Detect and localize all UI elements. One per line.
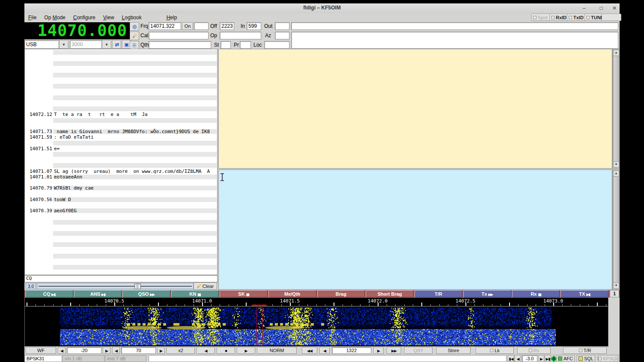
macro-button-tx[interactable]: TX ▶▮ [561, 290, 608, 297]
macro-button-tx[interactable]: Tx ▶▶ [463, 290, 511, 297]
waterfall-display[interactable] [26, 307, 608, 346]
carrier-fast-up-icon[interactable]: ▶▶ [387, 347, 401, 354]
browser-row[interactable] [25, 248, 217, 253]
scroll-right-icon[interactable]: ▶ [237, 347, 255, 354]
op-field[interactable] [220, 32, 261, 39]
tx-text-panel[interactable] [218, 169, 612, 290]
transmit-toggle[interactable]: T/R [563, 347, 607, 354]
scroll-up-icon[interactable]: ▲ [613, 50, 619, 56]
macro-button-me-qth[interactable]: Me/Qth [268, 290, 316, 297]
browser-row[interactable]: 14070.56tooW D [25, 197, 217, 202]
browser-row[interactable] [25, 83, 217, 89]
loc-field[interactable] [264, 41, 289, 49]
menu-configure[interactable]: Configure [69, 14, 99, 21]
browser-row[interactable] [25, 72, 217, 78]
browser-row[interactable] [25, 50, 217, 55]
menu-logbook[interactable]: Logbook [118, 14, 146, 21]
browser-row[interactable]: 14071.73 name is Giovanni mrno JM88DVfo:… [25, 129, 217, 134]
browser-row[interactable] [25, 202, 217, 208]
reverse-toggle[interactable]: Rv [517, 347, 551, 354]
browser-clear-button[interactable]: 🖌 Clear [194, 282, 217, 290]
browser-row[interactable] [25, 123, 217, 129]
spot-toggle-button[interactable]: Spot [531, 14, 552, 21]
minimize-icon[interactable]: – [580, 4, 588, 12]
wf-range-field[interactable]: 70 [121, 347, 156, 354]
browser-row[interactable] [25, 61, 217, 66]
browser-search-input[interactable]: CQ [24, 275, 218, 282]
vfo-swap-icon[interactable]: ⇄ [112, 40, 121, 49]
range-down-icon[interactable]: ◀ [112, 347, 120, 354]
offset-min-icon[interactable]: ▮◀ [508, 355, 514, 362]
paste-clipboard-icon[interactable]: ⎘ [130, 41, 139, 50]
browser-row[interactable]: 14070.79W7RšBl dmy cae [25, 185, 217, 191]
macro-button-brag[interactable]: Brag [317, 290, 365, 297]
macro-button-rx[interactable]: Rx ▮▮ [512, 290, 560, 297]
tx-scrollbar[interactable]: ▲ ▼ [612, 169, 619, 290]
center-stop-icon[interactable]: ■ [217, 347, 235, 354]
kpsql-toggle[interactable]: KPSQL [598, 355, 618, 362]
range-up-icon[interactable]: ▶ [157, 347, 165, 354]
browser-row[interactable] [25, 191, 217, 197]
browser-row[interactable] [25, 163, 217, 168]
browser-row[interactable] [25, 95, 217, 101]
macro-button-kn[interactable]: KN ▮▮ [171, 290, 219, 297]
call-field[interactable] [149, 32, 209, 39]
browser-row[interactable] [25, 101, 217, 106]
macro-button-cq[interactable]: CQ ▶▮ [25, 290, 73, 297]
level-down-icon[interactable]: ◀ [58, 347, 66, 354]
macro-button-qso[interactable]: QSO ▶▶ [122, 290, 170, 297]
frequency-display[interactable]: 14070.000 [24, 22, 130, 39]
browser-row[interactable] [25, 214, 217, 219]
browser-row[interactable] [25, 270, 217, 275]
browser-row[interactable] [25, 264, 217, 270]
browser-row[interactable] [25, 259, 217, 264]
squelch-slider-handle[interactable] [134, 284, 141, 289]
browser-row[interactable] [25, 225, 217, 231]
frequency-offset-field[interactable]: -3.0 [522, 355, 537, 362]
lock-toggle[interactable]: Lk [476, 347, 514, 354]
browser-row[interactable]: 14071.59: eTaD eTaTati [25, 134, 217, 140]
carrier-fast-down-icon[interactable]: ◀◀ [302, 347, 317, 354]
bandwidth-dropdown-icon[interactable]: ▼ [102, 40, 111, 49]
menu-view[interactable]: View [99, 14, 118, 21]
browser-row[interactable]: 14072.12T te a ra t rt e a tM Ja [25, 112, 217, 117]
notes2-field[interactable] [291, 32, 618, 49]
macro-button-sk[interactable]: SK ▮▮ [220, 290, 268, 297]
scroll-down-icon[interactable]: ▼ [613, 161, 619, 168]
mode-dropdown-icon[interactable]: ▼ [59, 40, 69, 49]
on-button[interactable]: On [182, 22, 193, 30]
offset-down-icon[interactable]: ◀ [515, 355, 521, 362]
browser-row[interactable] [25, 236, 217, 242]
rx-scrollbar[interactable]: ▲ ▼ [612, 49, 619, 169]
browser-row[interactable] [25, 140, 217, 146]
browser-row[interactable] [25, 67, 217, 72]
browser-row[interactable] [25, 151, 217, 157]
menu-file[interactable]: File [24, 14, 40, 21]
scroll-up-icon[interactable]: ▲ [613, 170, 619, 177]
st-field[interactable] [221, 41, 231, 49]
scroll-left-icon[interactable]: ◀ [197, 347, 215, 354]
afc-toggle[interactable]: AFC [556, 355, 575, 362]
browser-row[interactable] [25, 89, 217, 95]
qsy-button[interactable]: QSY [404, 347, 432, 354]
browser-row[interactable] [25, 231, 217, 236]
notes1-field[interactable] [291, 22, 618, 30]
empty-toggle-button[interactable] [602, 14, 621, 21]
in-field[interactable]: 599 [247, 22, 261, 30]
off-field[interactable]: 2223 [220, 22, 234, 30]
browser-row[interactable] [25, 106, 217, 112]
macro-button-t-r[interactable]: T/R [414, 290, 462, 297]
browser-row[interactable] [25, 78, 217, 83]
clear-log-broom-icon[interactable]: 🖌 [130, 32, 139, 40]
browser-row[interactable]: 14071.51e= [25, 146, 217, 151]
macro-button-ans[interactable]: ANS ▶▮ [74, 290, 122, 297]
pr-field[interactable] [240, 41, 251, 49]
squelch-slider[interactable] [37, 283, 194, 289]
menu-help[interactable]: Help [163, 14, 181, 21]
browser-row[interactable] [25, 220, 217, 225]
zoom-x2-button[interactable]: x2 [167, 347, 195, 354]
txid-toggle-button[interactable]: TxID [567, 14, 586, 21]
counter-field[interactable] [194, 22, 209, 30]
offset-up-icon[interactable]: ▶ [538, 355, 544, 362]
carrier-up-icon[interactable]: ▶ [373, 347, 384, 354]
